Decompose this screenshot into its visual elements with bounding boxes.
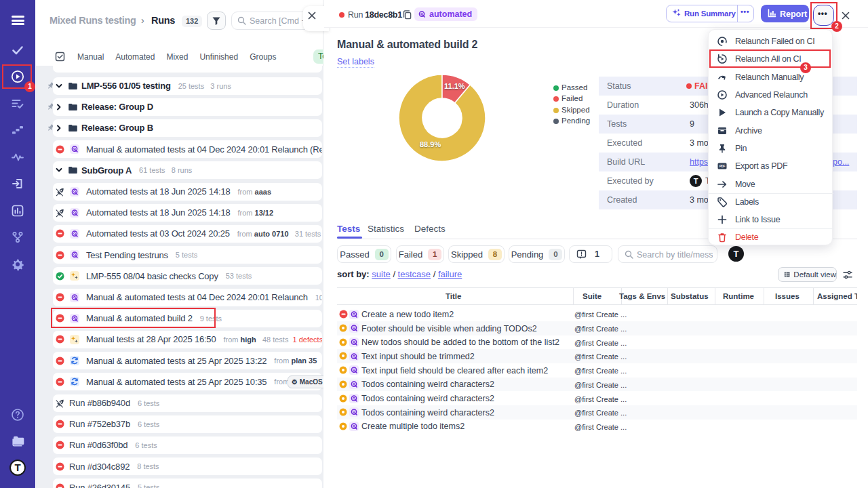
svg-text:PDF: PDF [719,165,726,169]
